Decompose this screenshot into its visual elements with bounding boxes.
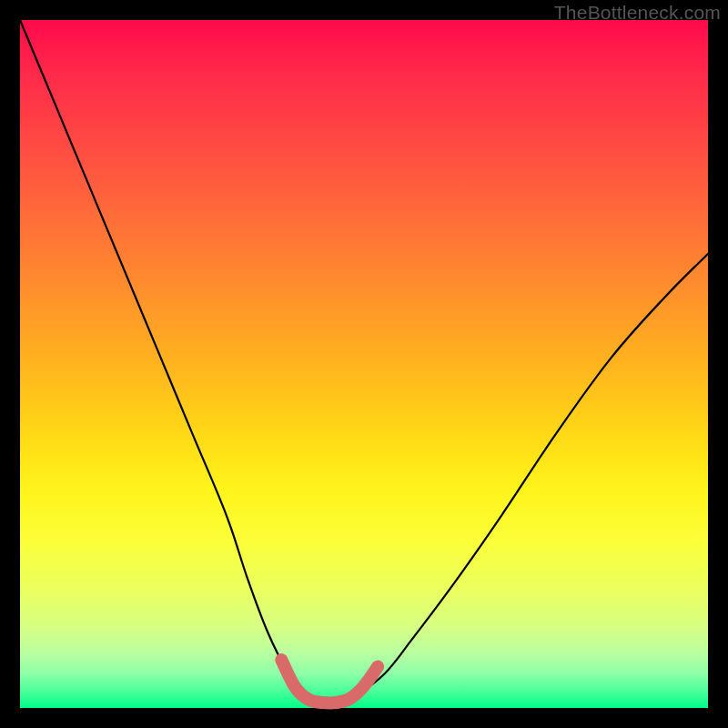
bottom-highlight: [281, 660, 378, 703]
plot-area: [20, 20, 708, 708]
chart-svg: [20, 20, 708, 708]
bottleneck-curve: [20, 20, 708, 702]
watermark-text: TheBottleneck.com: [554, 2, 721, 24]
outer-frame: TheBottleneck.com: [0, 0, 728, 728]
